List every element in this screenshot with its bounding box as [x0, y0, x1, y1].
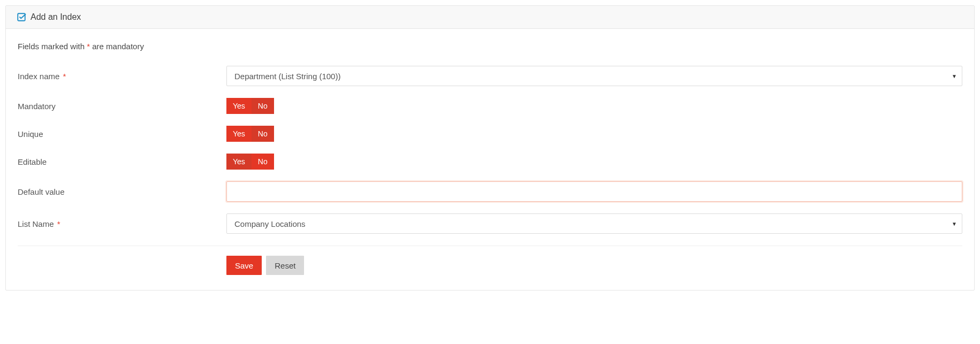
- editable-yes-button[interactable]: Yes: [226, 154, 252, 170]
- add-index-panel: Add an Index Fields marked with * are ma…: [5, 5, 975, 291]
- row-editable: Editable Yes No: [18, 154, 962, 170]
- mandatory-note: Fields marked with * are mandatory: [18, 42, 962, 51]
- list-name-select[interactable]: Company Locations: [226, 213, 962, 234]
- control-index-name: Department (List String (100)) ▼: [226, 66, 962, 86]
- label-unique: Unique: [18, 129, 226, 139]
- label-index-name: Index name *: [18, 72, 226, 81]
- control-unique: Yes No: [226, 126, 962, 142]
- label-editable: Editable: [18, 157, 226, 166]
- unique-yes-button[interactable]: Yes: [226, 126, 252, 142]
- index-name-select[interactable]: Department (List String (100)): [226, 66, 962, 86]
- row-mandatory: Mandatory Yes No: [18, 98, 962, 114]
- panel-header: Add an Index: [6, 6, 974, 29]
- row-unique: Unique Yes No: [18, 126, 962, 142]
- reset-button[interactable]: Reset: [266, 256, 304, 275]
- button-row: Save Reset: [226, 256, 962, 275]
- label-index-name-text: Index name: [18, 72, 59, 81]
- asterisk-icon: *: [63, 72, 66, 81]
- row-list-name: List Name * Company Locations ▼: [18, 213, 962, 234]
- unique-no-button[interactable]: No: [252, 126, 274, 142]
- panel-title: Add an Index: [31, 12, 81, 22]
- save-button[interactable]: Save: [226, 256, 262, 275]
- label-list-name: List Name *: [18, 219, 226, 228]
- label-mandatory: Mandatory: [18, 102, 226, 111]
- mandatory-yes-button[interactable]: Yes: [226, 98, 252, 114]
- list-name-select-wrap: Company Locations ▼: [226, 213, 962, 234]
- mandatory-toggle: Yes No: [226, 98, 274, 114]
- default-value-input[interactable]: [226, 181, 962, 202]
- editable-no-button[interactable]: No: [252, 154, 274, 170]
- index-name-select-wrap: Department (List String (100)) ▼: [226, 66, 962, 86]
- svg-rect-0: [18, 13, 25, 21]
- mandatory-no-button[interactable]: No: [252, 98, 274, 114]
- check-square-icon: [17, 12, 26, 22]
- row-default-value: Default value: [18, 181, 962, 202]
- control-list-name: Company Locations ▼: [226, 213, 962, 234]
- label-list-name-text: List Name: [18, 219, 54, 228]
- panel-body: Fields marked with * are mandatory Index…: [6, 29, 974, 290]
- editable-toggle: Yes No: [226, 154, 274, 170]
- note-suffix: are mandatory: [90, 42, 144, 51]
- row-index-name: Index name * Department (List String (10…: [18, 66, 962, 86]
- control-mandatory: Yes No: [226, 98, 962, 114]
- divider: [18, 246, 962, 246]
- asterisk-icon: *: [57, 219, 60, 228]
- label-default-value: Default value: [18, 187, 226, 196]
- control-default-value: [226, 181, 962, 202]
- unique-toggle: Yes No: [226, 126, 274, 142]
- control-editable: Yes No: [226, 154, 962, 170]
- note-prefix: Fields marked with: [18, 42, 87, 51]
